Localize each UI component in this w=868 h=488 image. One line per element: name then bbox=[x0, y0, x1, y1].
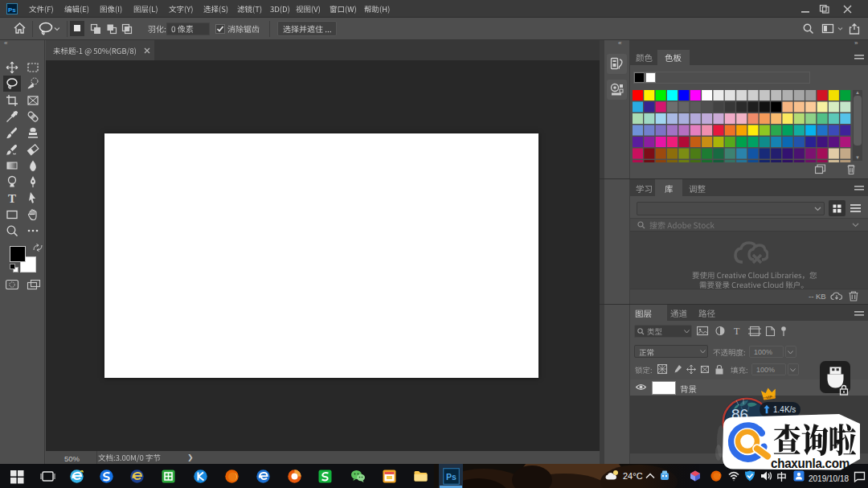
svg-text:Ps: Ps bbox=[446, 472, 457, 482]
svg-text:Ps: Ps bbox=[8, 6, 16, 14]
svg-text:T: T bbox=[8, 192, 16, 205]
svg-text:T: T bbox=[734, 326, 740, 337]
